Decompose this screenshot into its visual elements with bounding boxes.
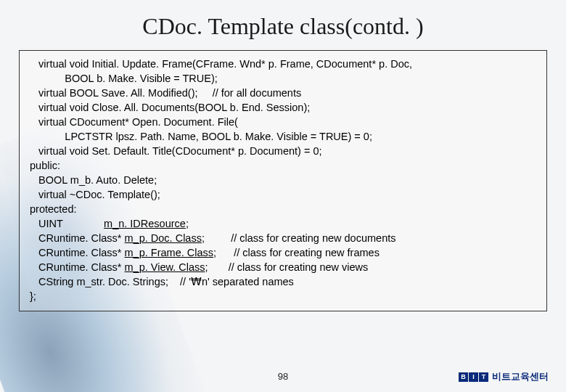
code-suffix: ; bbox=[186, 218, 189, 229]
code-line: virtual CDocument* Open. Document. File( bbox=[30, 116, 238, 128]
code-line: virtual BOOL Save. All. Modified(); // f… bbox=[30, 87, 301, 99]
code-line: UINT bbox=[30, 218, 104, 229]
logo-letter-t: T bbox=[479, 372, 488, 382]
code-line: BOOL b. Make. Visible = TRUE); bbox=[30, 73, 218, 84]
code-suffix: ; // class for creating new views bbox=[205, 261, 369, 273]
footer-logo: B I T 비트교육센터 bbox=[459, 370, 549, 383]
code-underline: m_p. Doc. Class bbox=[125, 232, 202, 244]
code-line: public: bbox=[30, 160, 60, 171]
code-line: virtual void Close. All. Documents(BOOL … bbox=[30, 102, 310, 113]
code-line: LPCTSTR lpsz. Path. Name, BOOL b. Make. … bbox=[30, 131, 372, 142]
code-line: }; bbox=[30, 290, 36, 302]
code-line: CRuntime. Class* bbox=[30, 261, 125, 273]
logo-badge: B I T bbox=[459, 372, 489, 382]
code-underline: m_p. View. Class bbox=[125, 261, 205, 273]
page-number: 98 bbox=[278, 371, 288, 382]
code-block: virtual void Initial. Update. Frame(CFra… bbox=[19, 50, 547, 311]
slide-title: CDoc. Template class(contd. ) bbox=[0, 0, 566, 50]
code-line: CRuntime. Class* bbox=[30, 232, 125, 244]
logo-letter-b: B bbox=[459, 372, 468, 382]
code-line: CRuntime. Class* bbox=[30, 247, 125, 258]
code-line: virtual void Initial. Update. Frame(CFra… bbox=[30, 58, 412, 70]
code-line: CString m_str. Doc. Strings; // '₩n' sep… bbox=[30, 276, 294, 287]
code-line: virtual ~CDoc. Template(); bbox=[30, 189, 160, 200]
code-line: BOOL m_b. Auto. Delete; bbox=[30, 174, 157, 186]
code-line: protected: bbox=[30, 203, 77, 215]
code-suffix: ; // class for creating new documents bbox=[202, 232, 396, 244]
code-underline: m_n. IDResource bbox=[104, 218, 186, 229]
code-suffix: ; // class for creating new frames bbox=[213, 247, 380, 258]
logo-letter-i: I bbox=[469, 372, 478, 382]
logo-text: 비트교육센터 bbox=[492, 370, 549, 383]
code-line: virtual void Set. Default. Title(CDocume… bbox=[30, 145, 322, 157]
code-underline: m_p. Frame. Class bbox=[125, 247, 213, 258]
